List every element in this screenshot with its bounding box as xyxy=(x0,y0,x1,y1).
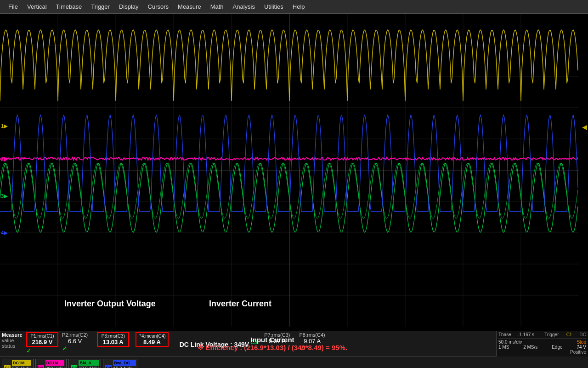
channel-info-row: C1 DC1M 200 V/div 300.0 V C2 DC1M 200 V/… xyxy=(0,356,588,368)
ch1-details: DC1M 200 V/div 300.0 V xyxy=(12,360,31,368)
input-current-label: Input Current xyxy=(251,336,294,344)
ch4-info: C4 BwL DC 10.0 A/div -9.10 A ofst xyxy=(103,359,138,368)
inverter-voltage-label: Inverter Output Voltage xyxy=(64,299,156,309)
status-bar: Measure value status P1:rms(C1) 216.9 V … xyxy=(0,331,588,368)
menu-utilities[interactable]: Utilities xyxy=(260,1,288,12)
ch2-color: C2 xyxy=(38,365,44,368)
p1-group: P1:rms(C1) 216.9 V ✓ xyxy=(26,332,58,354)
ch3-badge1: BkL A xyxy=(79,360,99,366)
menu-trigger[interactable]: Trigger xyxy=(86,1,114,12)
trigger-level: 74 V xyxy=(577,345,586,350)
ch4-details: BwL DC 10.0 A/div -9.10 A ofst xyxy=(113,360,136,368)
ch3-div: 10.0 A/div xyxy=(79,366,99,368)
ch4-div: 10.0 A/div xyxy=(113,366,136,368)
p4-box: P4:mean(C4) 8.49 A xyxy=(136,332,168,347)
tbase-value: -1.167 s xyxy=(518,332,534,337)
trigger-dc: DC xyxy=(580,332,586,337)
measure-left-labels: Measure value status xyxy=(2,332,23,349)
menu-file[interactable]: File xyxy=(4,1,23,12)
ch2-details: DC1M 200 V/div 100.0 V xyxy=(45,360,65,368)
status-label: status xyxy=(2,343,23,349)
value-label: value xyxy=(2,338,23,343)
ch1-color: C1 xyxy=(4,365,11,368)
ch2-div: 200 V/div xyxy=(45,366,65,368)
tbase-label: Tbase xyxy=(498,332,511,337)
trigger-ch: C1 xyxy=(566,332,572,337)
p3-group: P3:rms(C3) 13.03 A xyxy=(97,332,129,347)
ch4-badge1: BwL DC xyxy=(113,360,136,366)
menu-math[interactable]: Math xyxy=(206,1,228,12)
p4-label: P4:mean(C4) xyxy=(138,334,165,339)
ch2-badge1: DC1M xyxy=(45,360,65,366)
ch3-details: BkL A 10.0 A/div -19.50 A xyxy=(79,360,99,368)
p1-box: P1:rms(C1) 216.9 V xyxy=(26,332,58,347)
ch1-marker: 1▶ xyxy=(1,123,7,129)
ch3-info: C3 BkL A 10.0 A/div -19.50 A xyxy=(68,359,101,368)
edge-label: Edge xyxy=(552,345,562,350)
p1-label: P1:rms(C1) xyxy=(29,334,56,339)
p2-value: 6.6 V xyxy=(62,338,88,345)
ch2-info: C2 DC1M 200 V/div 100.0 V xyxy=(35,359,67,368)
menu-timebase[interactable]: Timebase xyxy=(51,1,87,12)
sample-label: 2 MS/s xyxy=(523,345,537,350)
measure-label: Measure xyxy=(2,332,23,338)
ch4-color: C4 xyxy=(105,365,112,368)
trigger-label: Trigger xyxy=(544,332,559,337)
ch1-info: C1 DC1M 200 V/div 300.0 V xyxy=(2,359,34,368)
p3-box: P3:rms(C3) 13.03 A xyxy=(97,332,129,347)
menu-analysis[interactable]: Analysis xyxy=(228,1,260,12)
ch1-div: 200 V/div xyxy=(12,366,31,368)
p4-value: 8.49 A xyxy=(138,339,165,345)
p2-check: ✓ xyxy=(62,345,91,352)
p4-group: P4:mean(C4) 8.49 A xyxy=(136,332,168,347)
ch1-badge1: DC1M xyxy=(12,360,31,366)
menu-display[interactable]: Display xyxy=(114,1,143,12)
slope-label: Positive xyxy=(570,350,586,355)
p1-value: 216.9 V xyxy=(29,339,56,345)
trigger-mode: Stop xyxy=(577,339,586,345)
oscilloscope-screen: 1▶ 2▶ 3▶ 4▶ ◀ Inverter Output Voltage In… xyxy=(0,14,588,331)
ch4-marker: 4▶ xyxy=(1,230,7,236)
timebase-panel: Tbase -1.167 s Trigger C1 DC 50.0 ms/div… xyxy=(496,331,588,356)
p3-label: P3:rms(C3) xyxy=(100,334,126,339)
menu-vertical[interactable]: Vertical xyxy=(23,1,51,12)
p2-group: P2:rms(C2) 6.6 V ✓ xyxy=(62,332,91,352)
waveforms xyxy=(0,14,579,327)
menu-help[interactable]: Help xyxy=(288,1,310,12)
menu-cursors[interactable]: Cursors xyxy=(143,1,174,12)
menu-measure[interactable]: Measure xyxy=(173,1,206,12)
efficiency-label: ※ Efficiency : (216.9*13.03) / (349*8.49… xyxy=(198,344,347,352)
p1-check: ✓ xyxy=(26,347,58,354)
p3-value: 13.03 A xyxy=(100,339,126,345)
msdiv-label: 50.0 ms/div xyxy=(498,339,522,345)
sample-rate: 1 MS xyxy=(498,345,509,350)
inverter-current-label: Inverter Current xyxy=(209,299,271,309)
p2-label: P2:rms(C2) xyxy=(62,332,88,338)
ch3-marker: 3▶ xyxy=(1,193,7,199)
measurements-row: Measure value status P1:rms(C1) 216.9 V … xyxy=(0,331,588,356)
ch2-marker: 2▶ xyxy=(1,156,7,162)
annotation-area: Input Current ※ Efficiency : (216.9*13.0… xyxy=(198,331,347,356)
ch1-right-marker: ◀ xyxy=(582,123,587,131)
ch3-color: C3 xyxy=(71,365,77,368)
menubar: File Vertical Timebase Trigger Display C… xyxy=(0,0,588,14)
